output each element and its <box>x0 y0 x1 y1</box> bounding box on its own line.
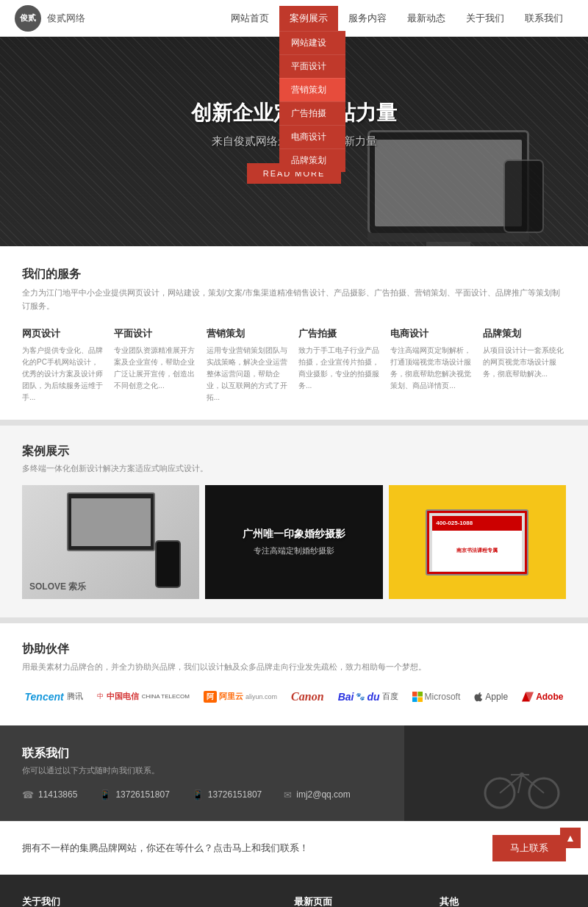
divider-2 <box>0 617 588 623</box>
header: 俊贰 俊贰网络 网站首页 案例展示 网站建设 平面设计 营销策划 广告拍摄 电商… <box>0 0 588 37</box>
dropdown-item-5[interactable]: 电商设计 <box>279 125 345 148</box>
main-nav: 网站首页 案例展示 网站建设 平面设计 营销策划 广告拍摄 电商设计 品牌策划 … <box>220 6 573 31</box>
contact-phone-1: 11413865 <box>38 789 77 800</box>
partners-section: 协助伙伴 用最美素材力品牌合的，并全力协助兴品牌，我们以设计触及众多品牌走向行业… <box>0 623 588 725</box>
cases-title: 案例展示 <box>22 444 566 459</box>
partners-title: 协助伙伴 <box>22 642 566 657</box>
case-2-sub: 专注高端定制婚纱摄影 <box>254 545 334 556</box>
service-item-3: 营销策划 运用专业营销策划团队与实战策略，解决企业运营整体运营问题，帮助企业，以… <box>207 327 290 404</box>
nav-about[interactable]: 关于我们 <box>456 6 514 31</box>
nav-services[interactable]: 服务内容 <box>338 6 397 31</box>
service-item-5: 电商设计 专注高端网页定制解析，打通顶端视觉市场设计服务，彻底帮助您解决视觉策划… <box>390 327 473 404</box>
logo-area: 俊贰 俊贰网络 <box>15 5 85 32</box>
service-name-6: 品牌策划 <box>483 327 566 340</box>
case-1-label: SOLOVE 索乐 <box>29 581 86 593</box>
service-desc-2: 专业团队资源精准展开方案及企业宣传，帮助企业广泛让展开宣传，创造出不同创意之化.… <box>114 345 197 392</box>
contact-email: imj2@qq.com <box>296 789 351 800</box>
svg-rect-1 <box>417 692 423 697</box>
nav-cases-wrapper: 案例展示 网站建设 平面设计 营销策划 广告拍摄 电商设计 品牌策划 <box>279 6 338 31</box>
footer-services-col: 最新页面 白云区 平面 购物商城 平面设计 电商平台 门合三乙 <box>294 895 421 907</box>
cases-desc: 多终端一体化创新设计解决方案适应式响应式设计。 <box>22 463 566 474</box>
partners-logos-row: Tencent 腾讯 中 中国电信 CHINA TELECOM 阿 阿里云 al… <box>22 690 566 703</box>
services-grid: 网页设计 为客户提供专业化、品牌化的PC手机网站设计，优秀的设计方案及设计师团队… <box>22 327 566 404</box>
service-item-1: 网页设计 为客户提供专业化、品牌化的PC手机网站设计，优秀的设计方案及设计师团队… <box>22 327 105 404</box>
mobile-icon-2: 📱 <box>192 789 204 800</box>
svg-rect-0 <box>412 692 417 697</box>
partner-tencent: Tencent 腾讯 <box>25 691 83 703</box>
service-name-4: 广告拍摄 <box>298 327 381 340</box>
email-icon: ✉ <box>284 789 292 800</box>
nav-home[interactable]: 网站首页 <box>220 6 279 31</box>
logo-icon: 俊贰 <box>15 5 41 32</box>
case-item-2[interactable]: 广州唯一印象婚纱摄影 专注高端定制婚纱摄影 <box>205 485 382 599</box>
footer-about-col: 关于我们 俊贰网络成立于2年内，专注高端网站建设、网页设计、平面设计、广告拍摄、… <box>22 895 276 907</box>
dropdown-item-1[interactable]: 网站建设 <box>279 31 345 54</box>
contact-item-2: 📱 13726151807 <box>99 789 169 800</box>
nav-dropdown: 网站建设 平面设计 营销策划 广告拍摄 电商设计 品牌策划 <box>279 31 345 172</box>
service-desc-1: 为客户提供专业化、品牌化的PC手机网站设计，优秀的设计方案及设计师团队，为后续服… <box>22 345 105 404</box>
contact-mobile-2: 13726151807 <box>208 789 262 800</box>
case-1-monitor <box>67 492 155 551</box>
services-title: 我们的服务 <box>22 267 566 282</box>
partner-adobe: Adobe <box>522 692 563 702</box>
cases-section: 案例展示 多终端一体化创新设计解决方案适应式响应式设计。 SOLOVE 索乐 广… <box>0 426 588 617</box>
case-3-monitor: 400-025-1088 南京书法课程专属 <box>426 509 528 576</box>
dropdown-item-4[interactable]: 广告拍摄 <box>279 101 345 125</box>
nav-contact[interactable]: 联系我们 <box>514 6 573 31</box>
service-desc-3: 运用专业营销策划团队与实战策略，解决企业运营整体运营问题，帮助企业，以互联网的方… <box>207 345 290 404</box>
service-item-6: 品牌策划 从项目设计计一套系统化的网页视觉市场设计服务，彻底帮助解决... <box>483 327 566 404</box>
partner-apple: Apple <box>474 692 508 702</box>
cases-grid: SOLOVE 索乐 广州唯一印象婚纱摄影 专注高端定制婚纱摄影 400-025-… <box>22 485 566 599</box>
nav-news[interactable]: 最新动态 <box>397 6 456 31</box>
service-name-3: 营销策划 <box>207 327 290 340</box>
cta-contact-button[interactable]: 马上联系 <box>492 835 566 861</box>
dropdown-item-3[interactable]: 营销策划 <box>279 78 345 101</box>
svg-rect-2 <box>412 697 417 702</box>
services-desc: 全力为江门地平中小企业提供网页设计，网站建设，策划/文案/市集渠道精准销售设计、… <box>22 287 566 312</box>
partners-desc: 用最美素材力品牌合的，并全力协助兴品牌，我们以设计触及众多品牌走向行业发先疏松，… <box>22 661 566 674</box>
partner-telecom: 中 中国电信 CHINA TELECOM <box>97 691 190 702</box>
contact-section: 联系我们 你可以通过以下方式随时向我们联系。 ☎ 11413865 📱 1372… <box>0 725 588 821</box>
footer-grid: 关于我们 俊贰网络成立于2年内，专注高端网站建设、网页设计、平面设计、广告拍摄、… <box>22 895 566 907</box>
footer-about-title: 关于我们 <box>22 895 276 907</box>
phone-icon-1: ☎ <box>22 789 34 800</box>
partner-microsoft: Microsoft <box>412 692 461 702</box>
partner-baidu: Bai🐾du 百度 <box>338 691 398 703</box>
logo-text: 俊贰网络 <box>47 12 85 25</box>
service-desc-4: 致力于手工电子行业产品拍摄，企业宣传片拍摄，商业摄影，专业的拍摄服务... <box>298 345 381 392</box>
hero-phone-deco <box>503 159 544 233</box>
contact-mobile-1: 13726151807 <box>115 789 169 800</box>
cta-section: 拥有不一样的集腾品牌网站，你还在等什么？点击马上和我们联系！ 马上联系 <box>0 821 588 875</box>
services-section: 我们的服务 全力为江门地平中小企业提供网页设计，网站建设，策划/文案/市集渠道精… <box>0 246 588 420</box>
service-desc-5: 专注高端网页定制解析，打通顶端视觉市场设计服务，彻底帮助您解决视觉策划、商品详情… <box>390 345 473 392</box>
service-desc-6: 从项目设计计一套系统化的网页视觉市场设计服务，彻底帮助解决... <box>483 345 566 380</box>
contact-item-1: ☎ 11413865 <box>22 789 77 800</box>
service-name-1: 网页设计 <box>22 327 105 340</box>
nav-cases[interactable]: 案例展示 <box>279 6 338 31</box>
contact-item-4: ✉ imj2@qq.com <box>284 789 351 800</box>
mobile-icon-1: 📱 <box>99 789 111 800</box>
dropdown-item-6[interactable]: 品牌策划 <box>279 148 345 172</box>
case-2-title: 广州唯一印象婚纱摄影 <box>243 528 345 541</box>
cta-text: 拥有不一样的集腾品牌网站，你还在等什么？点击马上和我们联系！ <box>22 842 309 855</box>
svg-point-12 <box>520 772 524 777</box>
service-name-2: 平面设计 <box>114 327 197 340</box>
case-item-1[interactable]: SOLOVE 索乐 <box>22 485 199 599</box>
service-name-5: 电商设计 <box>390 327 473 340</box>
service-item-4: 广告拍摄 致力于手工电子行业产品拍摄，企业宣传片拍摄，商业摄影，专业的拍摄服务.… <box>298 327 381 404</box>
case-item-3[interactable]: 400-025-1088 南京书法课程专属 <box>389 485 566 599</box>
svg-line-9 <box>522 775 544 793</box>
service-item-2: 平面设计 专业团队资源精准展开方案及企业宣传，帮助企业广泛让展开宣传，创造出不同… <box>114 327 197 404</box>
case-1-phone <box>155 540 181 588</box>
contact-item-3: 📱 13726151807 <box>192 789 262 800</box>
partner-canon: Canon <box>291 690 323 703</box>
footer-other-col: 其他 如何促销 网站亮点 创作传播 | 联系中心 | 联系 41发现 更新 4公… <box>440 895 567 907</box>
dropdown-item-2[interactable]: 平面设计 <box>279 54 345 78</box>
back-to-top-button[interactable]: ▲ <box>560 828 581 848</box>
divider-1 <box>0 420 588 426</box>
partner-apple-label: Apple <box>485 692 508 702</box>
partner-aliyun: 阿 阿里云 aliyun.com <box>204 691 277 703</box>
svg-rect-3 <box>417 697 423 702</box>
footer-services-title: 最新页面 <box>294 895 421 907</box>
footer-other-title: 其他 <box>440 895 567 907</box>
